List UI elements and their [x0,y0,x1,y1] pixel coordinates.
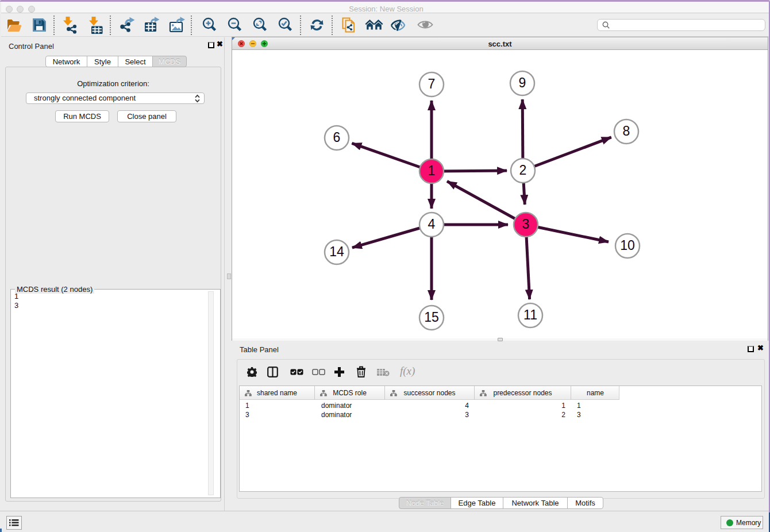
svg-text:2: 2 [519,163,527,178]
svg-text:11: 11 [523,307,537,322]
svg-text:6: 6 [333,130,341,145]
svg-text:7: 7 [428,76,436,91]
svg-text:10: 10 [620,238,635,253]
svg-text:3: 3 [522,217,530,232]
svg-text:15: 15 [424,310,439,325]
svg-text:1: 1 [428,163,436,178]
svg-text:8: 8 [623,124,630,138]
svg-text:14: 14 [329,244,344,259]
svg-text:9: 9 [519,75,526,90]
svg-text:4: 4 [428,217,436,232]
